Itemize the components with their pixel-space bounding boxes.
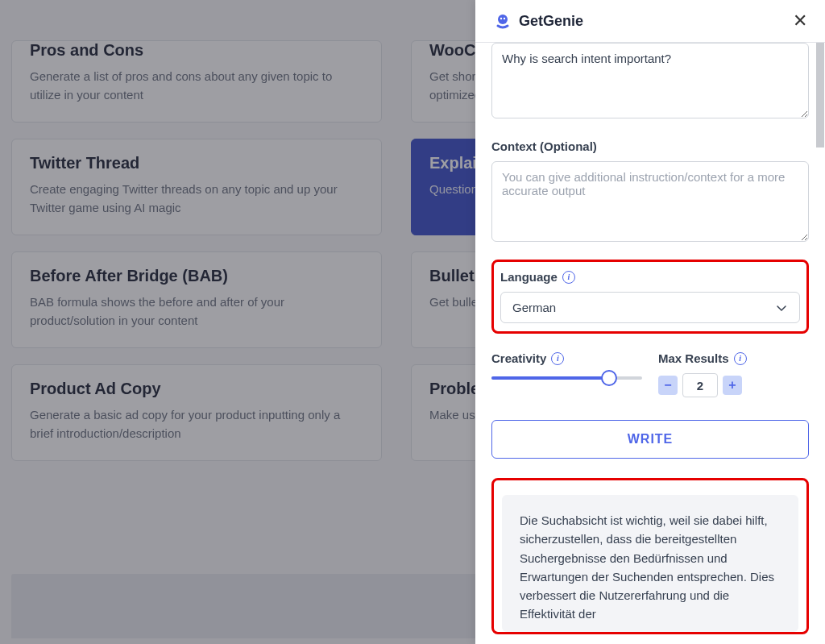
topic-input[interactable] (491, 43, 809, 118)
close-button[interactable]: ✕ (793, 12, 807, 30)
max-results-input[interactable] (682, 373, 718, 397)
write-button[interactable]: WRITE (491, 420, 809, 459)
scrollbar[interactable] (816, 43, 824, 644)
max-results-stepper: − + (658, 373, 809, 397)
panel-body: Context (Optional) Language i German Cre… (475, 43, 825, 644)
context-label: Context (Optional) (491, 139, 809, 153)
scrollbar-thumb[interactable] (816, 43, 824, 147)
info-icon[interactable]: i (734, 352, 747, 365)
brand-name: GetGenie (519, 13, 583, 30)
creativity-slider[interactable] (491, 376, 642, 380)
chevron-down-icon (775, 301, 788, 314)
max-results-label: Max Results i (658, 351, 809, 365)
language-highlight: Language i German (491, 260, 809, 334)
info-icon[interactable]: i (562, 271, 575, 284)
context-input[interactable] (491, 161, 809, 242)
panel-header: GetGenie ✕ (475, 0, 825, 43)
language-select[interactable]: German (500, 292, 800, 323)
svg-point-0 (498, 15, 508, 24)
svg-point-2 (504, 18, 505, 19)
brand-logo: GetGenie (493, 11, 583, 31)
creativity-label: Creativity i (491, 351, 642, 365)
close-icon: ✕ (793, 10, 807, 31)
info-icon[interactable]: i (551, 352, 564, 365)
increment-button[interactable]: + (723, 376, 742, 395)
language-label: Language i (500, 270, 800, 284)
result-text[interactable]: Die Suchabsicht ist wichtig, weil sie da… (502, 495, 798, 632)
language-selected: German (512, 301, 556, 314)
side-panel: GetGenie ✕ Context (Optional) Language i… (475, 0, 825, 644)
decrement-button[interactable]: − (658, 376, 678, 395)
result-highlight: Die Suchabsicht ist wichtig, weil sie da… (491, 478, 809, 634)
svg-point-1 (500, 18, 502, 19)
slider-thumb[interactable] (601, 370, 617, 386)
genie-icon (493, 11, 512, 31)
